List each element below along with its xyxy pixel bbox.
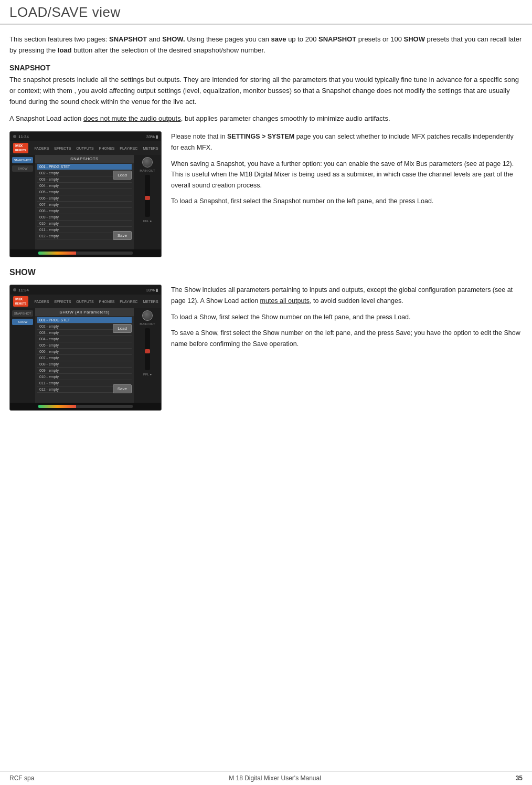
intro-bold-load: load [58,46,72,54]
show-section: SHOW 11:34 33% ▮ [9,268,523,411]
snapshot-two-col: 11:34 33% ▮ MIXREMOTE FADERS EFFECTS OUT… [9,131,523,257]
main-out-label: MAIN OUT [140,169,155,172]
mixer-sidebar-2: SNAPSHOT SHOW [10,308,35,403]
mixer-body-2: SNAPSHOT SHOW SHOW (All Parameters) 001 … [10,308,161,403]
intro-paragraph: This section features two pages: SNAPSHO… [9,34,523,56]
mixer-sidebar: SNAPSHOT SHOW [10,155,35,249]
snapshot-para2-prefix: A Snapshot Load action [9,114,83,122]
page-footer: RCF spa M 18 Digital Mixer User's Manual… [0,771,532,785]
nav2-faders[interactable]: FADERS [31,299,51,305]
note-prefix: Please note that in [171,133,227,140]
snapshot-note-2: When saving a Snapshot, you have a furth… [171,159,523,191]
main-fader-2[interactable] [145,328,150,370]
fader-thumb-2 [145,349,150,353]
nav2-meters[interactable]: METERS [140,299,161,305]
list-item-2[interactable]: 007 - empty [37,355,132,361]
list-item[interactable]: 004 - empty [37,183,132,189]
snapshot-note-3: To load a Snapshot, first select the Sna… [171,196,523,207]
nav-phones[interactable]: PHONES [97,145,118,151]
pfl-label-2: PFL ● [143,373,152,376]
list-item-2[interactable]: 001 - PROG STET [37,317,132,323]
show-note-3: To save a Show, first select the Show nu… [171,328,523,349]
list-item-2[interactable]: 004 - empty [37,336,132,342]
list-item[interactable]: 001 - PROG STET [37,164,132,170]
show-heading: SHOW [9,268,523,277]
intro-bold-show: SHOW. [162,35,185,43]
list-item-2[interactable]: 006 - empty [37,349,132,355]
list-item-2[interactable]: 009 - empty [37,368,132,374]
show-notes: The Show includes all parameters pertain… [171,285,523,354]
nav-loadsave[interactable]: LOAD/SAVE [161,145,162,151]
nav2-effects[interactable]: EFFECTS [51,299,73,305]
nav-playrec[interactable]: PLAY/REC [117,145,140,151]
load-button-1[interactable]: Load [113,171,132,180]
mixer-nav: FADERS EFFECTS OUTPUTS PHONES PLAY/REC M… [31,145,162,151]
show-two-col: 11:34 33% ▮ MIXREMOTE FADERS EFFECTS OUT… [9,285,523,411]
signal-dot-2 [13,288,16,291]
show-screenshot: 11:34 33% ▮ MIXREMOTE FADERS EFFECTS OUT… [9,285,162,411]
pfl-label: PFL ● [143,219,152,223]
intro-text4: up to 200 [286,35,318,43]
intro-text5: presets or 100 [356,35,403,43]
title-bar: LOAD/SAVE view [0,0,532,25]
mixer-panel-2: SHOW (All Parameters) 001 - PROG STET 00… [35,308,134,403]
sidebar2-snapshot-btn[interactable]: SNAPSHOT [12,310,33,317]
list-item[interactable]: 007 - empty [37,202,132,208]
load-button-2[interactable]: Load [113,324,132,333]
save-button-1[interactable]: Save [113,231,132,240]
main-knob[interactable] [142,157,153,168]
footer-manual-title: M 18 Digital Mixer User's Manual [229,774,321,782]
intro-text1: This section features two pages: [9,35,109,43]
mixer-battery-2: 33% ▮ [146,288,158,292]
footer-page-number: 35 [516,774,523,782]
nav-faders[interactable]: FADERS [31,145,51,151]
mixer-screenshot-2: 11:34 33% ▮ MIXREMOTE FADERS EFFECTS OUT… [9,285,162,411]
nav2-outputs[interactable]: OUTPUTS [73,299,96,305]
snapshot-para1: The snapshot presets include all the set… [9,74,523,108]
signal-dot [13,135,16,138]
sidebar2-show-btn[interactable]: SHOW [12,319,33,325]
show-note-1: The Show includes all parameters pertain… [171,285,523,306]
main-content: This section features two pages: SNAPSHO… [0,25,532,771]
show-mutes-link: mutes all outputs [260,297,310,305]
save-button-2[interactable]: Save [113,384,132,393]
intro-bold-snapshot: SNAPSHOT [109,35,147,43]
level-meter-fill-2 [38,405,76,408]
mixer-bottom-bar-2 [10,403,161,410]
footer-company: RCF spa [9,774,34,782]
mixer-right-panel: MAIN OUT PFL ● [134,155,161,249]
list-item-2[interactable]: 010 - empty [37,374,132,380]
list-item[interactable]: 005 - empty [37,189,132,195]
list-item-2[interactable]: 008 - empty [37,361,132,368]
main-knob-2[interactable] [142,310,153,321]
nav2-phones[interactable]: PHONES [97,299,118,305]
mixer-time-2: 11:34 [18,288,29,292]
mixer-panel-title-2: SHOW (All Parameters) [35,308,134,316]
mixer-battery: 33% ▮ [146,134,158,139]
list-item[interactable]: 010 - empty [37,221,132,227]
list-item[interactable]: 009 - empty [37,214,132,221]
list-item[interactable]: 006 - empty [37,195,132,202]
show-note-1-suffix: , to avoid sudden level changes. [310,297,403,305]
nav-outputs[interactable]: OUTPUTS [73,145,96,151]
list-item[interactable]: 008 - empty [37,208,132,214]
main-fader[interactable] [145,175,150,217]
nav2-playrec[interactable]: PLAY/REC [117,299,140,305]
note-bold-settings: SETTINGS > SYSTEM [227,133,294,140]
mixer-nav-2: FADERS EFFECTS OUTPUTS PHONES PLAY/REC M… [31,299,162,305]
mixer-right-panel-2: MAIN OUT PFL ● [134,308,161,403]
sidebar-show-btn[interactable]: SHOW [12,165,33,172]
sidebar-snapshot-btn[interactable]: SNAPSHOT [12,157,33,163]
intro-bold-show2: SHOW [404,35,425,43]
nav-effects[interactable]: EFFECTS [51,145,73,151]
mixer-top-bar: 11:34 33% ▮ [10,132,161,141]
nav-meters[interactable]: METERS [140,145,161,151]
mix-remote-logo-2: MIXREMOTE [13,296,28,307]
mixer-logo-bar-2: MIXREMOTE FADERS EFFECTS OUTPUTS PHONES … [10,295,161,308]
mix-remote-logo: MIXREMOTE [13,143,28,153]
nav2-loadsave[interactable]: LOAD/SAVE [161,299,162,305]
mixer-panel-title: SNAPSHOTS [35,155,134,163]
intro-bold-snapshot2: SNAPSHOT [318,35,356,43]
list-item-2[interactable]: 005 - empty [37,342,132,349]
snapshot-note-1: Please note that in SETTINGS > SYSTEM pa… [171,131,523,153]
